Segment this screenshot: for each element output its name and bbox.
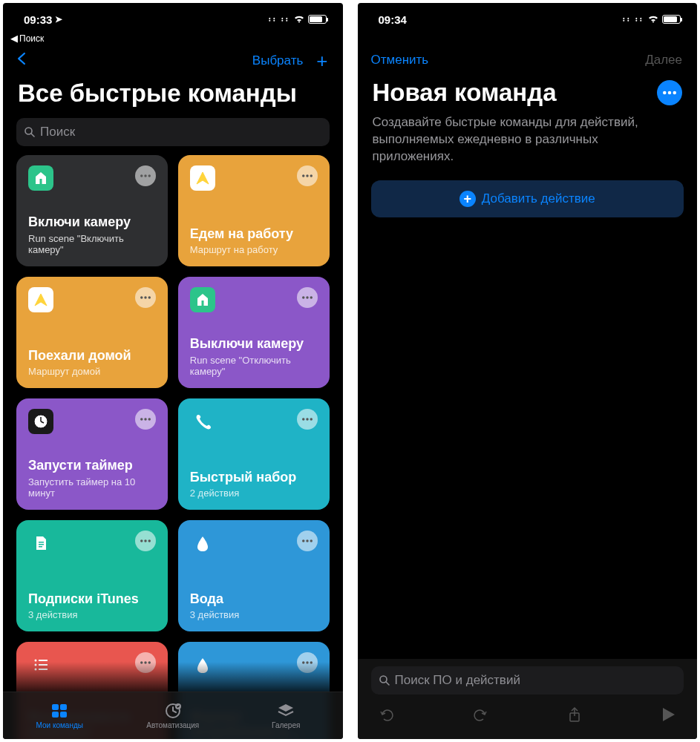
card-subtitle: 3 действия — [190, 609, 318, 621]
shortcut-card[interactable]: Вода 3 действия — [178, 520, 330, 631]
card-title: Вода — [190, 591, 318, 607]
tab-bar: Мои командыАвтоматизацияГалерея — [3, 692, 343, 739]
add-action-button[interactable]: + Добавить действие — [371, 180, 684, 217]
nav-bar: Отменить Далее — [358, 43, 698, 76]
share-button[interactable] — [566, 706, 583, 726]
location-icon: ➤ — [55, 14, 62, 24]
card-subtitle: Run scene "Включить камеру" — [28, 233, 156, 256]
search-field[interactable]: Поиск — [16, 118, 330, 146]
status-bar: 09:33 ➤ ᛬᛬᛬᛬ — [3, 3, 343, 36]
redo-button[interactable] — [472, 706, 488, 726]
cancel-button[interactable]: Отменить — [371, 53, 429, 68]
back-to-app[interactable]: ◀Поиск — [3, 33, 343, 44]
bottom-toolbar: Поиск ПО и действий — [358, 659, 698, 739]
add-button[interactable]: + — [316, 51, 327, 70]
card-more-button[interactable] — [297, 165, 318, 186]
card-subtitle: Запустить таймер на 10 минут — [28, 476, 156, 499]
card-more-button[interactable] — [135, 531, 156, 551]
page-title: Все быстрые команды — [3, 76, 343, 115]
navarrow-icon — [190, 165, 215, 191]
battery-icon — [662, 15, 681, 24]
undo-button[interactable] — [379, 706, 395, 726]
shortcut-card[interactable]: Едем на работу Маршрут на работу — [178, 155, 330, 266]
tab-grid[interactable]: Мои команды — [3, 702, 117, 729]
card-more-button[interactable] — [135, 165, 156, 186]
card-more-button[interactable] — [297, 531, 318, 551]
tab-clockbadge[interactable]: Автоматизация — [117, 702, 230, 729]
card-title: Быстрый набор — [190, 470, 318, 485]
card-subtitle: Маршрут на работу — [190, 244, 318, 256]
doc-icon — [28, 531, 53, 556]
shortcut-card[interactable]: Выключи камеру Run scene "Отключить каме… — [178, 277, 330, 388]
card-more-button[interactable] — [297, 409, 318, 430]
card-more-button[interactable] — [135, 409, 156, 430]
status-bar: 09:34 ᛬᛬᛬᛬ — [358, 3, 698, 36]
card-title: Подписки iTunes — [28, 591, 156, 607]
clock-icon — [28, 409, 53, 434]
navarrow-icon — [28, 287, 53, 312]
more-button[interactable] — [657, 80, 682, 105]
phone-icon — [190, 409, 215, 434]
description: Создавайте быстрые команды для действий,… — [358, 114, 698, 180]
shortcut-card[interactable]: Поехали домой Маршрут домой — [16, 277, 168, 388]
tab-stack[interactable]: Галерея — [229, 702, 343, 729]
card-subtitle: 2 действия — [190, 487, 318, 499]
card-title: Запусти таймер — [28, 458, 156, 473]
drop-icon — [190, 531, 215, 556]
card-subtitle: Маршрут домой — [28, 366, 156, 378]
shortcut-card[interactable]: Включи камеру Run scene "Включить камеру… — [16, 155, 168, 266]
shortcut-card[interactable]: Быстрый набор 2 действия — [178, 398, 330, 510]
card-title: Едем на работу — [190, 226, 318, 242]
search-icon — [24, 126, 36, 138]
mihome-icon — [28, 165, 53, 191]
shortcut-card[interactable]: Запусти таймер Запустить таймер на 10 ми… — [16, 398, 168, 510]
card-title: Выключи камеру — [190, 336, 318, 352]
status-time: 09:34 — [379, 13, 407, 26]
status-time: 09:33 — [24, 13, 52, 26]
back-button[interactable] — [16, 50, 27, 71]
plus-circle-icon: + — [459, 191, 476, 207]
card-more-button[interactable] — [297, 287, 318, 308]
battery-icon — [308, 15, 327, 24]
cellular-icon: ᛬᛬᛬᛬ — [267, 15, 289, 24]
stack-icon — [276, 702, 295, 720]
play-button[interactable] — [660, 706, 676, 726]
back-chevron-icon: ◀ — [10, 33, 18, 44]
card-more-button[interactable] — [135, 287, 156, 308]
select-button[interactable]: Выбрать — [252, 53, 303, 68]
screen-all-shortcuts: 09:33 ➤ ᛬᛬᛬᛬ ◀Поиск Выбрать + Все быстры… — [3, 3, 343, 739]
nav-bar: Выбрать + — [3, 44, 343, 76]
screen-new-shortcut: 09:34 ᛬᛬᛬᛬ Отменить Далее Новая команда … — [358, 3, 698, 739]
grid-icon — [50, 702, 69, 720]
mihome-icon — [190, 287, 215, 312]
search-placeholder: Поиск ПО и действий — [395, 673, 520, 688]
cellular-icon: ᛬᛬᛬᛬ — [621, 15, 643, 24]
clockbadge-icon — [163, 702, 183, 720]
shortcuts-grid: Включи камеру Run scene "Включить камеру… — [3, 155, 343, 739]
card-title: Включи камеру — [28, 214, 156, 230]
wifi-icon — [293, 13, 305, 26]
search-placeholder: Поиск — [40, 125, 75, 139]
search-icon — [379, 674, 390, 686]
next-button[interactable]: Далее — [645, 53, 682, 68]
card-subtitle: 3 действия — [28, 609, 156, 621]
page-title: Новая команда — [358, 76, 698, 114]
wifi-icon — [647, 13, 659, 26]
card-title: Поехали домой — [28, 348, 156, 364]
card-subtitle: Run scene "Отключить камеру" — [190, 355, 318, 378]
shortcut-card[interactable]: Подписки iTunes 3 действия — [16, 520, 168, 631]
search-actions-field[interactable]: Поиск ПО и действий — [371, 666, 684, 695]
